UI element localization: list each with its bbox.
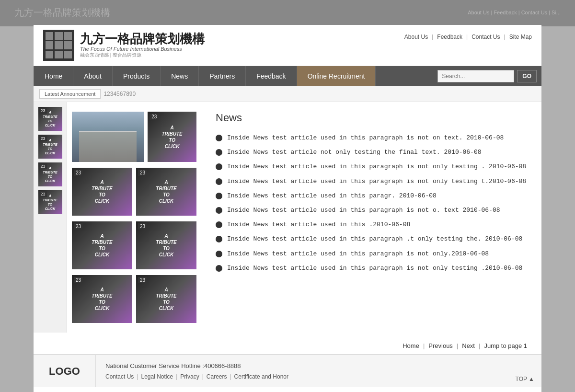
top-button[interactable]: TOP ▲ — [508, 355, 541, 387]
content-images: ATRIBUTETOCLICK 23 ATRIBUTETOCLICK 23 AT… — [67, 102, 201, 333]
news-item-text: Inside News test article used in this pa… — [227, 192, 437, 200]
footer-hotline: National Customer Service Hotline :40066… — [105, 362, 499, 369]
header: 九方一格品牌策划機構 The Focus Of Future Internati… — [34, 25, 541, 66]
list-item[interactable]: Inside News test article not only testin… — [216, 148, 527, 157]
bullet-icon — [216, 265, 222, 272]
news-item-text: Inside News test article used in this pa… — [227, 177, 526, 186]
logo-text-block: 九方一格品牌策划機構 The Focus Of Future Internati… — [80, 32, 205, 58]
search-input[interactable] — [437, 70, 514, 82]
news-area: News Inside News test article used in th… — [201, 102, 541, 333]
list-item[interactable]: Inside News test article used in this pa… — [216, 162, 527, 171]
sep1: | — [432, 34, 433, 40]
footer: LOGO National Customer Service Hotline :… — [34, 354, 541, 387]
sidebar-left: ATRIBUTETOCLICK 23 ATRIBUTETOCLICK 23 AT… — [34, 102, 67, 333]
nav-partners[interactable]: Partners — [199, 66, 246, 86]
img-row-1: ATRIBUTETOCLICK 23 — [72, 112, 196, 162]
sep2: | — [466, 34, 468, 40]
badge-2: 23 — [39, 136, 47, 141]
bullet-icon — [216, 221, 222, 228]
thumb-medium-3[interactable]: ATRIBUTETOCLICK 23 — [136, 168, 196, 216]
news-item-text: Inside News test article used in this pa… — [227, 250, 489, 258]
sidebar-thumb-4[interactable]: ATRIBUTETOCLICK 23 — [38, 190, 62, 214]
contact-us-link[interactable]: Contact Us — [472, 34, 500, 40]
footer-logo: LOGO — [34, 355, 96, 387]
feedback-link[interactable]: Feedback — [437, 34, 462, 40]
nav-feedback[interactable]: Feedback — [246, 66, 297, 86]
list-item[interactable]: Inside News test article used in this pa… — [216, 235, 527, 243]
list-item[interactable]: Inside News test article used in this pa… — [216, 177, 527, 186]
badge-4: 23 — [39, 191, 47, 197]
logo-icon — [43, 30, 74, 61]
thumb-medium-2[interactable]: ATRIBUTETOCLICK 23 — [72, 168, 132, 216]
announcement-label: Latest Announcement — [39, 89, 101, 99]
sidebar-thumb-3[interactable]: ATRIBUTETOCLICK 23 — [38, 162, 62, 186]
nav-online-recruitment[interactable]: Online Recruitment — [297, 66, 376, 86]
bullet-icon — [216, 163, 222, 170]
thumb-medium-6[interactable]: ATRIBUTETOCLICK 23 — [72, 275, 132, 323]
sep3: | — [504, 34, 506, 40]
list-item[interactable]: Inside News test article used in this pa… — [216, 134, 527, 142]
list-item[interactable]: Inside News test article used in this pa… — [216, 250, 527, 258]
pagination-previous[interactable]: Previous — [428, 342, 453, 349]
pagination-jump[interactable]: Jump to page 1 — [484, 342, 527, 349]
header-top-links: About Us | Feedback | Contact Us | Site … — [404, 30, 532, 40]
footer-links: Contact Us | Legal Notice | Privacy | Ca… — [105, 373, 499, 380]
badge-m7: 23 — [138, 277, 147, 283]
thumb-medium-1[interactable]: ATRIBUTETOCLICK 23 — [148, 112, 196, 162]
bullet-icon — [216, 149, 222, 156]
nav-news[interactable]: News — [161, 66, 199, 86]
pag-sep2: | — [457, 342, 458, 349]
pagination-next[interactable]: Next — [462, 342, 475, 349]
thumb-medium-4[interactable]: ATRIBUTETOCLICK 23 — [72, 221, 132, 269]
thumb-medium-5[interactable]: ATRIBUTETOCLICK 23 — [136, 221, 196, 269]
pagination-home[interactable]: Home — [402, 342, 419, 349]
logo-sub: 融会东西情感 | 整合品牌资源 — [80, 52, 205, 58]
news-list: Inside News test article used in this pa… — [216, 134, 527, 273]
news-item-text: Inside News test article used in this pa… — [227, 264, 522, 273]
img-row-4: ATRIBUTETOCLICK 23 ATRIBUTETOCLICK 23 — [72, 275, 196, 323]
list-item[interactable]: Inside News test article used in this .2… — [216, 220, 527, 229]
img-row-2: ATRIBUTETOCLICK 23 ATRIBUTETOCLICK 23 — [72, 168, 196, 216]
footer-privacy-link[interactable]: Privacy — [180, 373, 199, 380]
sidebar-thumb-1[interactable]: ATRIBUTETOCLICK 23 — [38, 107, 62, 131]
site-map-link[interactable]: Site Map — [509, 34, 532, 40]
pag-sep1: | — [423, 342, 425, 349]
badge-m2: 23 — [74, 170, 83, 176]
logo-cn: 九方一格品牌策划機構 — [80, 32, 205, 46]
nav-bar: Home About Products News Partners Feedba… — [34, 66, 541, 86]
bullet-icon — [216, 251, 222, 257]
sidebar-thumb-2[interactable]: ATRIBUTETOCLICK 23 — [38, 135, 62, 159]
nav-search-area: GO — [433, 70, 541, 82]
badge-m3: 23 — [138, 170, 147, 176]
about-us-link[interactable]: About Us — [404, 34, 428, 40]
badge-1: 23 — [39, 108, 47, 114]
nav-home[interactable]: Home — [34, 66, 73, 86]
thumb-large-1[interactable] — [72, 112, 144, 162]
search-button[interactable]: GO — [517, 70, 537, 82]
footer-careers-link[interactable]: Careers — [207, 373, 227, 380]
bullet-icon — [216, 207, 222, 214]
news-title: News — [216, 112, 527, 124]
footer-certificate-link[interactable]: Certificate and Honor — [234, 373, 288, 380]
thumb-medium-7[interactable]: ATRIBUTETOCLICK 23 — [136, 275, 196, 323]
news-item-text: Inside News test article used in this pa… — [227, 162, 526, 171]
list-item[interactable]: Inside News test article used in this pa… — [216, 192, 527, 200]
logo-en: The Focus Of Future International Busine… — [80, 46, 205, 52]
badge-m6: 23 — [74, 277, 83, 283]
footer-contact-link[interactable]: Contact Us — [105, 373, 134, 380]
news-item-text: Inside News test article used in this pa… — [227, 206, 500, 215]
news-item-text: Inside News test article not only testin… — [227, 148, 482, 157]
announcement-bar: Latest Announcement 1234567890 — [34, 86, 541, 102]
img-row-3: ATRIBUTETOCLICK 23 ATRIBUTETOCLICK 23 — [72, 221, 196, 269]
news-item-text: Inside News test article used in this .2… — [227, 220, 410, 229]
bg-top-links: About Us | Feedback | Contact Us | Si... — [468, 10, 561, 15]
badge-3: 23 — [39, 163, 47, 169]
footer-legal-link[interactable]: Legal Notice — [141, 373, 173, 380]
badge-m4: 23 — [74, 223, 83, 230]
news-item-text: Inside News test article used in this pa… — [227, 134, 504, 142]
nav-about[interactable]: About — [73, 66, 113, 86]
list-item[interactable]: Inside News test article used in this pa… — [216, 264, 527, 273]
list-item[interactable]: Inside News test article used in this pa… — [216, 206, 527, 215]
nav-products[interactable]: Products — [113, 66, 161, 86]
pag-sep3: | — [479, 342, 480, 349]
